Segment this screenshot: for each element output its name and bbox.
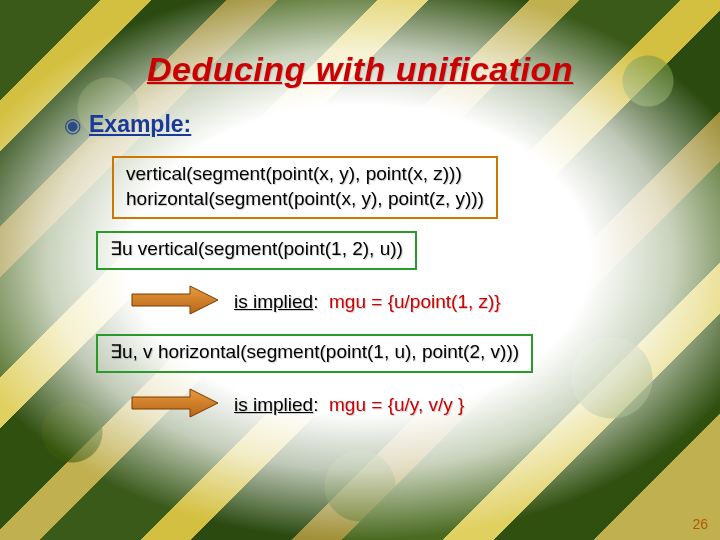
slide-content-area: Deducing with unification ◉ Example: ver…	[0, 0, 720, 540]
example-heading-row: ◉ Example:	[64, 111, 660, 138]
result-1-colon: :	[313, 291, 318, 312]
result-1-label: is implied	[234, 291, 313, 312]
example-label: Example:	[89, 111, 191, 138]
query-box-1: ∃u vertical(segment(point(1, 2), u))	[96, 231, 417, 270]
result-2-row: is implied: mgu = {u/y, v/y }	[130, 385, 660, 425]
def-line-2: horizontal(segment(point(x, y), point(z,…	[126, 187, 484, 212]
result-1-row: is implied: mgu = {u/point(1, z)}	[130, 282, 660, 322]
result-1-text: is implied: mgu = {u/point(1, z)}	[234, 291, 501, 313]
bullet-icon: ◉	[64, 113, 81, 137]
page-number: 26	[692, 516, 708, 532]
definitions-box: vertical(segment(point(x, y), point(x, z…	[112, 156, 498, 219]
result-2-label: is implied	[234, 394, 313, 415]
result-2-colon: :	[313, 394, 318, 415]
result-1-mgu: mgu = {u/point(1, z)}	[329, 291, 501, 312]
arrow-icon	[130, 282, 220, 322]
def-line-1: vertical(segment(point(x, y), point(x, z…	[126, 162, 484, 187]
arrow-icon	[130, 385, 220, 425]
page-title: Deducing with unification	[60, 50, 660, 89]
result-2-text: is implied: mgu = {u/y, v/y }	[234, 394, 464, 416]
query-box-2: ∃u, v horizontal(segment(point(1, u), po…	[96, 334, 533, 373]
definitions-box-row: vertical(segment(point(x, y), point(x, z…	[60, 156, 660, 219]
query-box-2-row: ∃u, v horizontal(segment(point(1, u), po…	[60, 334, 660, 373]
result-2-mgu: mgu = {u/y, v/y }	[329, 394, 464, 415]
query-box-1-row: ∃u vertical(segment(point(1, 2), u))	[60, 231, 660, 270]
